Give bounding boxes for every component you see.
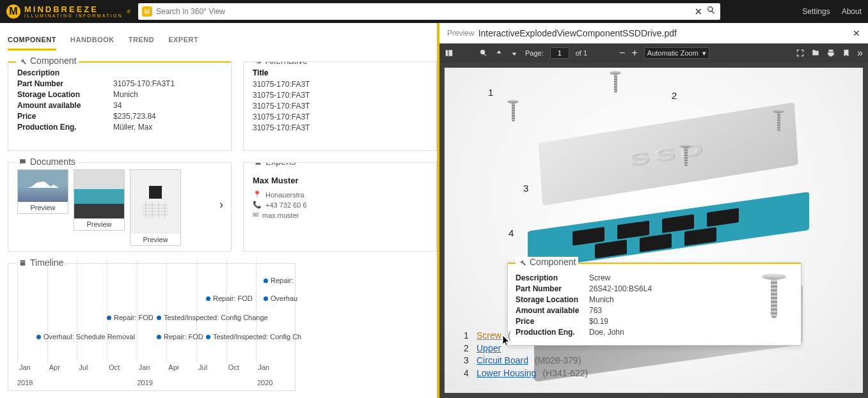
documents-card: Documents Preview Preview: [8, 162, 232, 252]
callout-1: 1: [488, 87, 493, 98]
page-number-input[interactable]: [550, 47, 569, 59]
alt-title-label: Title: [253, 68, 427, 77]
search-icon[interactable]: [706, 5, 716, 18]
pdf-toolbar: Page: of 1 − + Automatic Zoom▾ »: [439, 43, 868, 63]
timeline-event[interactable]: Overhaul: Schedule Removal: [36, 333, 135, 341]
person-icon: [254, 162, 262, 166]
page-of: of 1: [576, 49, 587, 57]
logo-mark-icon: M: [6, 4, 20, 19]
doc-thumb[interactable]: Preview: [130, 169, 181, 246]
doc-thumb[interactable]: Preview: [74, 169, 125, 231]
tab-bar: COMPONENT HANDBOOK TREND EXPERT: [0, 23, 437, 51]
alt-item[interactable]: 31075-170:FA3T: [253, 91, 427, 100]
preview-header: Preview InteractiveExplodedViewComponent…: [439, 23, 868, 43]
timeline-card: Timeline Jan Apr Jul Oct Jan Apr Jul Oct…: [8, 263, 296, 391]
page-up-icon[interactable]: [494, 49, 503, 57]
nav-settings[interactable]: Settings: [802, 7, 830, 16]
timeline-event[interactable]: Repair:: [264, 277, 293, 284]
main-split: COMPONENT HANDBOOK TREND EXPERT Componen…: [0, 23, 868, 398]
preview-filename: InteractiveExplodedViewComponentSSDDrive…: [478, 28, 677, 38]
page-down-icon[interactable]: [510, 49, 519, 57]
thumbnail-image: [74, 170, 124, 218]
documents-card-title: Documents: [16, 157, 78, 167]
chat-icon: [19, 158, 27, 166]
part-link-circuit-board[interactable]: Circuit Board: [477, 355, 528, 367]
expert-mail: ✉max.muster: [253, 211, 427, 219]
expert-address: 📍Honauerstra: [253, 190, 427, 199]
part-link-screw[interactable]: Screw: [477, 330, 501, 342]
experts-card-title: Experts: [251, 162, 298, 167]
pin-icon: 📍: [253, 190, 262, 199]
thumb-caption: Preview: [130, 234, 180, 245]
search-prefix-icon: M: [142, 6, 152, 17]
preview-panel: Preview InteractiveExplodedViewComponent…: [437, 23, 868, 398]
phone-icon: 📞: [253, 201, 262, 209]
left-panel: COMPONENT HANDBOOK TREND EXPERT Componen…: [0, 23, 437, 398]
callout-3: 3: [523, 183, 528, 194]
sidebar-toggle-icon[interactable]: [445, 49, 454, 57]
mail-icon: ✉: [253, 211, 258, 219]
timeline-event[interactable]: Repair: FOD: [107, 314, 154, 321]
more-tools-icon[interactable]: »: [857, 48, 863, 58]
thumbnail-image: [18, 170, 68, 202]
nav-about[interactable]: About: [842, 7, 862, 16]
alt-item[interactable]: 31075-170:FA3T: [253, 102, 427, 111]
timeline-event[interactable]: Repair: FOD: [206, 295, 253, 302]
expert-name[interactable]: Max Muster: [253, 176, 427, 185]
timeline-body: Jan Apr Jul Oct Jan Apr Jul Oct Jan Repa…: [17, 273, 286, 362]
brand-logo[interactable]: M MINDBREEZE ILLUMINATING INFORMATION ®: [6, 4, 130, 19]
expert-phone: 📞+43 732 60 6: [253, 201, 427, 209]
tl-year: 2020: [257, 379, 272, 387]
callout-2: 2: [672, 90, 677, 101]
open-file-icon[interactable]: [811, 49, 820, 57]
bookmark-icon[interactable]: [842, 49, 851, 57]
clear-search-icon[interactable]: ✕: [695, 6, 702, 17]
tab-expert[interactable]: EXPERT: [168, 31, 198, 50]
wrench-icon: [518, 258, 526, 266]
pdf-page: SSD 1 2 3 4 Component: [445, 68, 863, 393]
tab-component[interactable]: COMPONENT: [8, 31, 56, 50]
zoom-in-icon[interactable]: +: [631, 48, 637, 58]
cursor-icon: [502, 335, 511, 348]
close-preview-icon[interactable]: ✕: [853, 28, 860, 38]
zoom-select[interactable]: Automatic Zoom▾: [644, 47, 709, 59]
logo-text: MINDBREEZE ILLUMINATING INFORMATION: [24, 5, 123, 18]
tab-trend[interactable]: TREND: [129, 31, 154, 50]
wrench-icon: [19, 57, 27, 65]
experts-card: Experts Max Muster 📍Honauerstra 📞+43 732…: [243, 162, 437, 252]
timeline-event[interactable]: Tested/Inspected: Config Ch: [206, 333, 301, 341]
doc-thumb[interactable]: Preview: [17, 169, 68, 214]
timeline-event[interactable]: Overhau: [264, 295, 297, 302]
pdf-viewport: SSD 1 2 3 4 Component: [439, 63, 868, 398]
tab-handbook[interactable]: HANDBOOK: [70, 31, 114, 50]
alt-item[interactable]: 31075-170:FA3T: [253, 112, 427, 121]
svg-rect-0: [149, 186, 162, 199]
component-card: Component Description Part Number31075-1…: [8, 61, 232, 151]
alternative-list: 31075-170:FA3T 31075-170:FA3T 31075-170:…: [253, 80, 427, 132]
search-input[interactable]: [156, 7, 691, 16]
top-bar: M MINDBREEZE ILLUMINATING INFORMATION ® …: [0, 0, 868, 23]
print-icon[interactable]: [826, 49, 835, 57]
alt-item[interactable]: 31075-170:FA3T: [253, 123, 427, 132]
find-icon[interactable]: [479, 49, 488, 57]
timeline-event[interactable]: Repair: FOD: [157, 333, 203, 341]
tl-year: 2019: [137, 379, 152, 387]
part-link-upper[interactable]: Upper: [477, 342, 501, 355]
parts-list: 1Screw( 2Upper 3Circuit Board (M028-379)…: [464, 330, 588, 379]
callout-4: 4: [509, 227, 514, 238]
timeline-event[interactable]: Tested/Inspected: Config Change: [157, 314, 268, 321]
alt-item[interactable]: 31075-170:FA3T: [253, 80, 427, 89]
document-thumbnails: Preview Preview Preview ›: [17, 169, 222, 246]
nav-right: Settings About: [802, 7, 862, 16]
left-body: Component Description Part Number31075-1…: [0, 51, 437, 391]
next-document-icon[interactable]: ›: [219, 198, 223, 211]
zoom-out-icon[interactable]: −: [619, 48, 625, 58]
thumb-caption: Preview: [18, 202, 68, 213]
gear-icon: [254, 61, 262, 65]
fullscreen-icon[interactable]: [796, 49, 805, 57]
part-link-lower-housing[interactable]: Lower Housing: [477, 367, 536, 380]
tl-year: 2018: [17, 379, 33, 387]
overlay-card-title: Component: [516, 257, 578, 267]
registered-icon: ®: [127, 9, 130, 15]
page-label: Page:: [525, 49, 544, 57]
